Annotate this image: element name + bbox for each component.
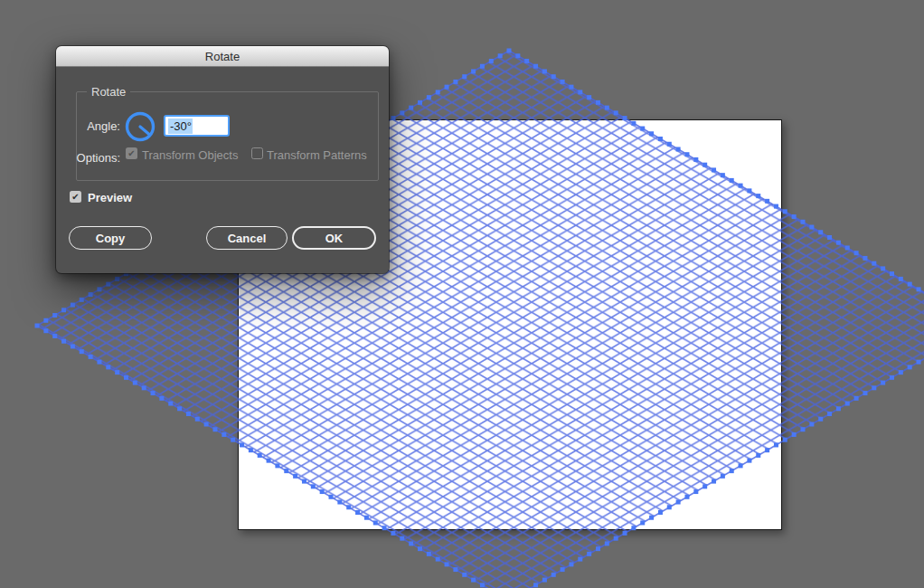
cancel-button[interactable]: Cancel bbox=[206, 226, 288, 250]
preview-checkbox[interactable]: ✔ bbox=[70, 191, 81, 203]
angle-input[interactable]: -30° bbox=[164, 115, 230, 137]
transform-objects-label: Transform Objects bbox=[142, 148, 238, 162]
illustrator-canvas: { "dialog": { "title": "Rotate", "fields… bbox=[0, 0, 924, 588]
copy-button[interactable]: Copy bbox=[69, 226, 152, 250]
preview-label: Preview bbox=[88, 191, 132, 204]
transform-patterns-label: Transform Patterns bbox=[267, 148, 367, 162]
fieldset-legend: Rotate bbox=[87, 85, 130, 99]
options-label: Options: bbox=[56, 151, 120, 165]
rotate-dialog: Rotate Rotate Angle: -30° Options: ✔ Tra… bbox=[56, 46, 389, 273]
transform-patterns-checkbox bbox=[251, 147, 263, 159]
angle-label: Angle: bbox=[56, 119, 120, 133]
dialog-titlebar[interactable]: Rotate bbox=[56, 46, 389, 67]
checkmark-icon: ✔ bbox=[127, 147, 135, 159]
angle-value-selected-text: -30° bbox=[168, 119, 193, 134]
transform-objects-checkbox: ✔ bbox=[126, 147, 137, 159]
ok-button[interactable]: OK bbox=[292, 226, 376, 250]
checkmark-icon: ✔ bbox=[71, 191, 79, 203]
dialog-title: Rotate bbox=[205, 50, 240, 63]
rotate-dial-icon bbox=[124, 110, 156, 143]
